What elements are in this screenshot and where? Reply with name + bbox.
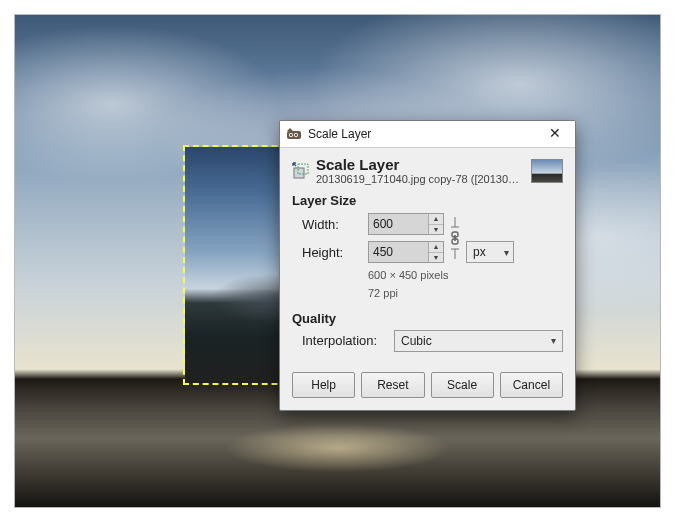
chain-link-toggle[interactable] — [448, 212, 462, 264]
svg-point-2 — [290, 134, 292, 136]
dialog-subtitle: 20130619_171040.jpg copy-78 ([20130701_.… — [316, 173, 525, 185]
height-label: Height: — [302, 245, 364, 260]
close-icon: ✕ — [549, 125, 561, 141]
width-step-up[interactable]: ▲ — [429, 214, 443, 225]
width-input[interactable]: ▲ ▼ — [368, 213, 444, 235]
close-button[interactable]: ✕ — [541, 124, 569, 144]
scale-button[interactable]: Scale — [431, 372, 494, 398]
app-frame: Scale Layer ✕ Scale Layer — [0, 0, 675, 522]
dialog-button-row: Help Reset Scale Cancel — [280, 362, 575, 410]
unit-select[interactable]: px ▾ — [466, 241, 514, 263]
interpolation-selected-label: Cubic — [401, 334, 432, 348]
layer-size-grid: Width: ▲ ▼ — [302, 212, 563, 301]
interpolation-select[interactable]: Cubic ▾ — [394, 330, 563, 352]
svg-point-4 — [295, 134, 297, 136]
dialog-title: Scale Layer — [316, 156, 525, 173]
svg-rect-5 — [294, 168, 304, 178]
height-step-up[interactable]: ▲ — [429, 242, 443, 253]
interpolation-label: Interpolation: — [302, 333, 388, 348]
gimp-icon — [286, 126, 302, 142]
scale-layer-dialog: Scale Layer ✕ Scale Layer — [279, 120, 576, 411]
size-info-resolution: 72 ppi — [368, 286, 514, 300]
dialog-window-title: Scale Layer — [308, 127, 541, 141]
dialog-header: Scale Layer 20130619_171040.jpg copy-78 … — [292, 156, 563, 185]
canvas-viewport: Scale Layer ✕ Scale Layer — [14, 14, 661, 508]
chevron-down-icon: ▾ — [551, 335, 556, 346]
layer-thumbnail — [531, 159, 563, 183]
help-button[interactable]: Help — [292, 372, 355, 398]
cancel-button[interactable]: Cancel — [500, 372, 563, 398]
height-input[interactable]: ▲ ▼ — [368, 241, 444, 263]
width-step-down[interactable]: ▼ — [429, 225, 443, 235]
chain-link-icon — [449, 215, 461, 261]
scale-icon — [292, 162, 310, 180]
unit-selected-label: px — [473, 245, 486, 259]
height-step-down[interactable]: ▼ — [429, 253, 443, 263]
interpolation-row: Interpolation: Cubic ▾ — [302, 330, 563, 352]
dialog-titlebar[interactable]: Scale Layer ✕ — [280, 121, 575, 148]
width-field[interactable] — [369, 214, 428, 234]
reset-button[interactable]: Reset — [361, 372, 424, 398]
height-field[interactable] — [369, 242, 428, 262]
section-heading-layer-size: Layer Size — [292, 193, 563, 208]
dialog-body: Scale Layer 20130619_171040.jpg copy-78 … — [280, 148, 575, 362]
width-label: Width: — [302, 217, 364, 232]
chevron-down-icon: ▾ — [504, 247, 509, 258]
section-heading-quality: Quality — [292, 311, 563, 326]
size-info-dimensions: 600 × 450 pixels — [368, 268, 514, 282]
